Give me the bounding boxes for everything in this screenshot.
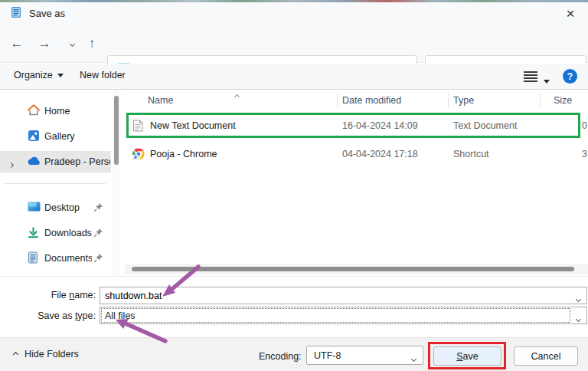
sidebar-item-downloads[interactable]: Downloads [0, 222, 111, 244]
back-button[interactable]: ← [6, 34, 28, 54]
hide-folders-button[interactable]: Hide Folders [14, 349, 79, 360]
pin-icon [93, 253, 103, 265]
encoding-dropdown[interactable]: UTF-8 [306, 346, 423, 365]
view-mode-dropdown[interactable] [544, 75, 550, 86]
file-list: Name Date modified Type Size New Text Do… [125, 90, 588, 276]
chevron-down-icon [412, 353, 416, 363]
file-type: Text Document [453, 120, 517, 131]
sidebar-item-desktop[interactable]: Desktop [0, 197, 111, 218]
sidebar-item-label: Documents [44, 253, 92, 264]
sort-ascending-icon [235, 90, 239, 101]
file-size: 3 [582, 149, 588, 159]
file-name-label: File name: [0, 290, 96, 300]
file-name: Pooja - Chrome [150, 149, 217, 159]
new-folder-label: New folder [80, 70, 126, 80]
caret-down-icon [57, 74, 64, 77]
file-name: New Text Document [150, 120, 236, 131]
file-type: Shortcut [453, 149, 489, 159]
column-separator[interactable] [540, 93, 541, 108]
focus-rectangle [101, 308, 570, 323]
cancel-button[interactable]: Cancel [514, 346, 578, 366]
save-button[interactable]: Save [433, 346, 501, 366]
save-as-type-value: All files [105, 310, 136, 321]
vertical-scrollbar[interactable] [113, 90, 120, 276]
column-header-name[interactable]: Name [148, 95, 173, 106]
command-toolbar: Organize New folder ? [0, 64, 588, 90]
new-folder-button[interactable]: New folder [80, 70, 126, 80]
column-header-type[interactable]: Type [453, 95, 474, 106]
onedrive-cloud-icon [28, 156, 41, 168]
file-date-modified: 04-04-2024 17:18 [342, 149, 418, 159]
home-icon [28, 104, 40, 118]
expand-chevron-icon[interactable] [9, 159, 13, 169]
chevron-down-icon[interactable] [577, 313, 580, 323]
titlebar: Save as × [0, 2, 588, 25]
horizontal-scrollbar-thumb[interactable] [132, 267, 574, 271]
file-row-pooja-chrome[interactable]: Pooja - Chrome 04-04-2024 17:18 Shortcut… [125, 143, 588, 165]
up-button[interactable]: ↑ [81, 34, 103, 54]
sidebar-divider [5, 183, 106, 184]
notepad-icon [10, 6, 22, 21]
encoding-value: UTF-8 [314, 350, 341, 361]
desktop-monitor-icon [28, 202, 41, 214]
file-name-combo [100, 287, 587, 304]
text-document-icon [132, 120, 143, 134]
organize-label: Organize [14, 70, 53, 80]
window-title: Save as [29, 8, 65, 19]
pin-icon [93, 228, 103, 240]
save-as-type-label: Save as type: [0, 310, 96, 321]
dialog-footer: Hide Folders Encoding: UTF-8 Save Cancel [0, 337, 588, 371]
save-as-dialog: Save as × ← → ↑ › Desktop Organ [0, 0, 588, 371]
file-name-input[interactable] [101, 288, 530, 303]
browse-area: Home Gallery Pradeep - Personal [0, 90, 588, 277]
column-header-date[interactable]: Date modified [342, 95, 401, 106]
horizontal-scrollbar[interactable] [125, 264, 588, 274]
close-button[interactable]: × [556, 2, 585, 25]
document-icon [28, 251, 38, 266]
vertical-scrollbar-thumb[interactable] [114, 96, 119, 165]
chrome-shortcut-icon [132, 148, 145, 163]
hide-folders-label: Hide Folders [24, 349, 79, 360]
sidebar-item-label: Desktop [44, 202, 92, 213]
sidebar-item-label: Gallery [44, 131, 92, 142]
file-size: 0 [582, 120, 588, 131]
sidebar-item-home[interactable]: Home [0, 100, 111, 122]
sidebar-item-label: Downloads [44, 228, 92, 238]
column-separator[interactable] [448, 93, 449, 108]
file-row-new-text-document[interactable]: New Text Document 16-04-2024 14:09 Text … [125, 115, 588, 136]
navigation-pane: Home Gallery Pradeep - Personal [0, 90, 111, 276]
sidebar-item-gallery[interactable]: Gallery [0, 126, 111, 147]
help-button[interactable]: ? [563, 69, 577, 84]
navigation-bar: ← → ↑ › Desktop [0, 25, 588, 63]
download-arrow-icon [28, 226, 39, 241]
pin-icon [93, 202, 103, 215]
view-mode-icon[interactable] [524, 71, 537, 82]
forward-button[interactable]: → [34, 34, 55, 54]
file-date-modified: 16-04-2024 14:09 [342, 120, 418, 131]
sidebar-item-documents[interactable]: Documents [0, 248, 111, 269]
chevron-down-icon [69, 41, 74, 46]
column-separator[interactable] [337, 93, 338, 108]
sidebar-item-label: Home [44, 106, 92, 117]
save-as-type-dropdown[interactable]: All files [100, 307, 587, 324]
recent-locations-button[interactable] [61, 34, 83, 54]
gallery-icon [28, 130, 40, 144]
organize-button[interactable]: Organize [14, 70, 64, 80]
sidebar-item-onedrive[interactable]: Pradeep - Personal [0, 151, 111, 172]
caret-down-icon [544, 80, 550, 84]
sidebar-item-label: Pradeep - Personal [44, 156, 110, 167]
column-header-size[interactable]: Size [554, 95, 572, 106]
chevron-down-icon[interactable] [577, 293, 580, 304]
encoding-label: Encoding: [259, 351, 302, 362]
chevron-up-icon [13, 351, 18, 356]
